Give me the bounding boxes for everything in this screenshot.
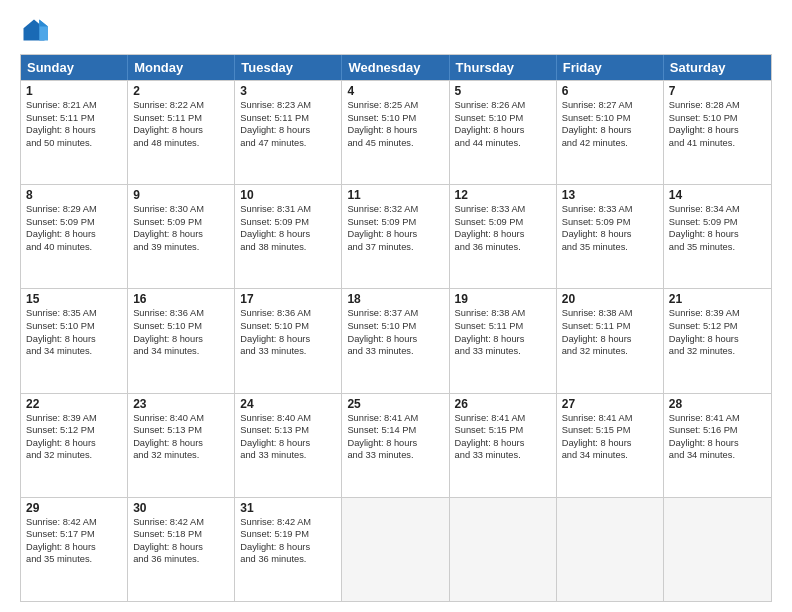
calendar-day-10: 10Sunrise: 8:31 AMSunset: 5:09 PMDayligh… bbox=[235, 185, 342, 288]
logo bbox=[20, 16, 52, 44]
day-number: 13 bbox=[562, 188, 658, 202]
day-info: Sunrise: 8:31 AMSunset: 5:09 PMDaylight:… bbox=[240, 203, 336, 253]
day-info: Sunrise: 8:33 AMSunset: 5:09 PMDaylight:… bbox=[455, 203, 551, 253]
page: SundayMondayTuesdayWednesdayThursdayFrid… bbox=[0, 0, 792, 612]
calendar-day-17: 17Sunrise: 8:36 AMSunset: 5:10 PMDayligh… bbox=[235, 289, 342, 392]
calendar-day-31: 31Sunrise: 8:42 AMSunset: 5:19 PMDayligh… bbox=[235, 498, 342, 601]
calendar-day-19: 19Sunrise: 8:38 AMSunset: 5:11 PMDayligh… bbox=[450, 289, 557, 392]
calendar-day-7: 7Sunrise: 8:28 AMSunset: 5:10 PMDaylight… bbox=[664, 81, 771, 184]
calendar-day-12: 12Sunrise: 8:33 AMSunset: 5:09 PMDayligh… bbox=[450, 185, 557, 288]
calendar-day-29: 29Sunrise: 8:42 AMSunset: 5:17 PMDayligh… bbox=[21, 498, 128, 601]
day-number: 3 bbox=[240, 84, 336, 98]
calendar-day-27: 27Sunrise: 8:41 AMSunset: 5:15 PMDayligh… bbox=[557, 394, 664, 497]
day-number: 18 bbox=[347, 292, 443, 306]
calendar-day-24: 24Sunrise: 8:40 AMSunset: 5:13 PMDayligh… bbox=[235, 394, 342, 497]
calendar-day-15: 15Sunrise: 8:35 AMSunset: 5:10 PMDayligh… bbox=[21, 289, 128, 392]
calendar-day-21: 21Sunrise: 8:39 AMSunset: 5:12 PMDayligh… bbox=[664, 289, 771, 392]
day-number: 8 bbox=[26, 188, 122, 202]
day-number: 28 bbox=[669, 397, 766, 411]
calendar-week-4: 22Sunrise: 8:39 AMSunset: 5:12 PMDayligh… bbox=[21, 393, 771, 497]
calendar-week-5: 29Sunrise: 8:42 AMSunset: 5:17 PMDayligh… bbox=[21, 497, 771, 601]
day-info: Sunrise: 8:22 AMSunset: 5:11 PMDaylight:… bbox=[133, 99, 229, 149]
calendar-body: 1Sunrise: 8:21 AMSunset: 5:11 PMDaylight… bbox=[21, 80, 771, 601]
header-day-monday: Monday bbox=[128, 55, 235, 80]
day-info: Sunrise: 8:40 AMSunset: 5:13 PMDaylight:… bbox=[240, 412, 336, 462]
day-info: Sunrise: 8:41 AMSunset: 5:16 PMDaylight:… bbox=[669, 412, 766, 462]
day-info: Sunrise: 8:42 AMSunset: 5:19 PMDaylight:… bbox=[240, 516, 336, 566]
calendar-day-14: 14Sunrise: 8:34 AMSunset: 5:09 PMDayligh… bbox=[664, 185, 771, 288]
calendar-day-18: 18Sunrise: 8:37 AMSunset: 5:10 PMDayligh… bbox=[342, 289, 449, 392]
calendar-empty-cell bbox=[450, 498, 557, 601]
day-number: 17 bbox=[240, 292, 336, 306]
day-info: Sunrise: 8:25 AMSunset: 5:10 PMDaylight:… bbox=[347, 99, 443, 149]
day-info: Sunrise: 8:29 AMSunset: 5:09 PMDaylight:… bbox=[26, 203, 122, 253]
day-number: 2 bbox=[133, 84, 229, 98]
day-number: 9 bbox=[133, 188, 229, 202]
day-number: 26 bbox=[455, 397, 551, 411]
day-info: Sunrise: 8:34 AMSunset: 5:09 PMDaylight:… bbox=[669, 203, 766, 253]
calendar-week-1: 1Sunrise: 8:21 AMSunset: 5:11 PMDaylight… bbox=[21, 80, 771, 184]
calendar-empty-cell bbox=[664, 498, 771, 601]
day-info: Sunrise: 8:32 AMSunset: 5:09 PMDaylight:… bbox=[347, 203, 443, 253]
calendar-day-16: 16Sunrise: 8:36 AMSunset: 5:10 PMDayligh… bbox=[128, 289, 235, 392]
calendar-day-26: 26Sunrise: 8:41 AMSunset: 5:15 PMDayligh… bbox=[450, 394, 557, 497]
day-info: Sunrise: 8:38 AMSunset: 5:11 PMDaylight:… bbox=[562, 307, 658, 357]
day-info: Sunrise: 8:42 AMSunset: 5:17 PMDaylight:… bbox=[26, 516, 122, 566]
day-info: Sunrise: 8:36 AMSunset: 5:10 PMDaylight:… bbox=[240, 307, 336, 357]
calendar: SundayMondayTuesdayWednesdayThursdayFrid… bbox=[20, 54, 772, 602]
day-number: 29 bbox=[26, 501, 122, 515]
calendar-day-9: 9Sunrise: 8:30 AMSunset: 5:09 PMDaylight… bbox=[128, 185, 235, 288]
calendar-day-13: 13Sunrise: 8:33 AMSunset: 5:09 PMDayligh… bbox=[557, 185, 664, 288]
day-info: Sunrise: 8:41 AMSunset: 5:15 PMDaylight:… bbox=[562, 412, 658, 462]
day-number: 30 bbox=[133, 501, 229, 515]
day-info: Sunrise: 8:41 AMSunset: 5:14 PMDaylight:… bbox=[347, 412, 443, 462]
day-info: Sunrise: 8:28 AMSunset: 5:10 PMDaylight:… bbox=[669, 99, 766, 149]
day-number: 15 bbox=[26, 292, 122, 306]
calendar-day-3: 3Sunrise: 8:23 AMSunset: 5:11 PMDaylight… bbox=[235, 81, 342, 184]
day-info: Sunrise: 8:39 AMSunset: 5:12 PMDaylight:… bbox=[26, 412, 122, 462]
header-day-wednesday: Wednesday bbox=[342, 55, 449, 80]
calendar-day-5: 5Sunrise: 8:26 AMSunset: 5:10 PMDaylight… bbox=[450, 81, 557, 184]
logo-icon bbox=[20, 16, 48, 44]
day-info: Sunrise: 8:38 AMSunset: 5:11 PMDaylight:… bbox=[455, 307, 551, 357]
day-info: Sunrise: 8:30 AMSunset: 5:09 PMDaylight:… bbox=[133, 203, 229, 253]
calendar-day-30: 30Sunrise: 8:42 AMSunset: 5:18 PMDayligh… bbox=[128, 498, 235, 601]
day-info: Sunrise: 8:36 AMSunset: 5:10 PMDaylight:… bbox=[133, 307, 229, 357]
day-number: 21 bbox=[669, 292, 766, 306]
calendar-day-23: 23Sunrise: 8:40 AMSunset: 5:13 PMDayligh… bbox=[128, 394, 235, 497]
day-number: 11 bbox=[347, 188, 443, 202]
calendar-day-22: 22Sunrise: 8:39 AMSunset: 5:12 PMDayligh… bbox=[21, 394, 128, 497]
day-number: 25 bbox=[347, 397, 443, 411]
day-number: 14 bbox=[669, 188, 766, 202]
calendar-day-11: 11Sunrise: 8:32 AMSunset: 5:09 PMDayligh… bbox=[342, 185, 449, 288]
calendar-empty-cell bbox=[342, 498, 449, 601]
calendar-day-28: 28Sunrise: 8:41 AMSunset: 5:16 PMDayligh… bbox=[664, 394, 771, 497]
calendar-header: SundayMondayTuesdayWednesdayThursdayFrid… bbox=[21, 55, 771, 80]
header-day-thursday: Thursday bbox=[450, 55, 557, 80]
day-number: 12 bbox=[455, 188, 551, 202]
day-number: 27 bbox=[562, 397, 658, 411]
day-number: 20 bbox=[562, 292, 658, 306]
day-number: 10 bbox=[240, 188, 336, 202]
day-number: 23 bbox=[133, 397, 229, 411]
calendar-day-25: 25Sunrise: 8:41 AMSunset: 5:14 PMDayligh… bbox=[342, 394, 449, 497]
day-info: Sunrise: 8:23 AMSunset: 5:11 PMDaylight:… bbox=[240, 99, 336, 149]
day-info: Sunrise: 8:33 AMSunset: 5:09 PMDaylight:… bbox=[562, 203, 658, 253]
day-info: Sunrise: 8:37 AMSunset: 5:10 PMDaylight:… bbox=[347, 307, 443, 357]
day-info: Sunrise: 8:21 AMSunset: 5:11 PMDaylight:… bbox=[26, 99, 122, 149]
day-number: 22 bbox=[26, 397, 122, 411]
calendar-day-2: 2Sunrise: 8:22 AMSunset: 5:11 PMDaylight… bbox=[128, 81, 235, 184]
day-number: 1 bbox=[26, 84, 122, 98]
day-info: Sunrise: 8:41 AMSunset: 5:15 PMDaylight:… bbox=[455, 412, 551, 462]
header-day-sunday: Sunday bbox=[21, 55, 128, 80]
header-day-tuesday: Tuesday bbox=[235, 55, 342, 80]
day-number: 31 bbox=[240, 501, 336, 515]
day-info: Sunrise: 8:39 AMSunset: 5:12 PMDaylight:… bbox=[669, 307, 766, 357]
calendar-day-8: 8Sunrise: 8:29 AMSunset: 5:09 PMDaylight… bbox=[21, 185, 128, 288]
day-info: Sunrise: 8:35 AMSunset: 5:10 PMDaylight:… bbox=[26, 307, 122, 357]
day-number: 6 bbox=[562, 84, 658, 98]
header-day-saturday: Saturday bbox=[664, 55, 771, 80]
day-info: Sunrise: 8:40 AMSunset: 5:13 PMDaylight:… bbox=[133, 412, 229, 462]
day-number: 16 bbox=[133, 292, 229, 306]
header bbox=[20, 16, 772, 44]
